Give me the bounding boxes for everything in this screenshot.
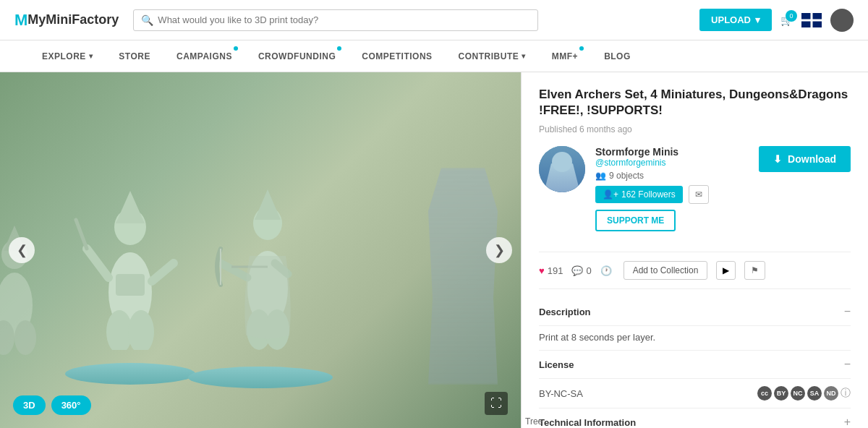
nav-mmfplus[interactable]: MMF+ — [539, 40, 591, 72]
svg-marker-2 — [116, 191, 145, 223]
download-button[interactable]: ⬇ Download — [759, 146, 851, 172]
figure-base-left — [65, 363, 195, 385]
miniature-left — [72, 162, 188, 350]
fullscreen-button[interactable]: ⛶ — [485, 392, 508, 415]
author-section: Stormforge Minis @stormforgeminis 👥 9 ob… — [539, 146, 709, 231]
add-collection-button[interactable]: Add to Collection — [624, 261, 708, 280]
tree-label: Tree — [525, 416, 542, 427]
main-content: ❮ ❯ 3D 360° ⛶ Elven Archers Set, 4 Minia… — [0, 72, 868, 428]
stats-bar: ♥ 191 💬 0 🕐 Add to Collection ▶ ⚑ — [539, 252, 851, 289]
site-logo[interactable]: M MyMiniFactory — [14, 11, 119, 30]
license-section-header[interactable]: License − — [539, 351, 851, 379]
technical-section-header[interactable]: Technical Information + — [539, 408, 851, 428]
flag-button[interactable]: ⚑ — [744, 261, 765, 280]
user-avatar[interactable] — [830, 9, 854, 32]
chevron-down-icon: ▾ — [89, 52, 93, 60]
comments-stat: 💬 0 — [571, 265, 591, 276]
likes-stat: ♥ 191 — [539, 265, 563, 276]
nav-blog[interactable]: BLOG — [591, 40, 644, 72]
miniature-right — [210, 155, 326, 350]
heart-icon: ♥ — [539, 265, 545, 276]
view-buttons: 3D 360° — [13, 395, 91, 415]
technical-toggle-icon: + — [844, 416, 851, 428]
miniature-right-svg — [210, 155, 326, 350]
timer-icon-stat: 🕐 — [600, 265, 612, 276]
object-title: Elven Archers Set, 4 Miniatures, Dungeon… — [539, 87, 851, 119]
description-toggle-icon: − — [844, 305, 851, 318]
svg-point-22 — [14, 320, 36, 355]
chevron-down-icon: ▾ — [522, 52, 526, 60]
svg-line-5 — [76, 220, 87, 249]
license-value: BY-NC-SA — [539, 388, 583, 399]
comment-icon: 💬 — [571, 265, 583, 276]
viewer-background — [0, 72, 521, 428]
support-button[interactable]: SUPPORT ME — [595, 210, 676, 231]
svg-rect-8 — [116, 274, 145, 296]
header: M MyMiniFactory 🔍 UPLOAD ▾ 🛒 0 — [0, 0, 868, 40]
header-right: UPLOAD ▾ 🛒 0 — [699, 9, 854, 32]
search-icon: 🔍 — [141, 14, 153, 26]
license-toggle-icon: − — [844, 358, 851, 371]
svg-marker-11 — [255, 189, 281, 220]
follow-button[interactable]: 👤+ 162 Followers — [595, 186, 683, 203]
clock-icon: 🕐 — [600, 265, 612, 276]
download-icon: ⬇ — [773, 153, 782, 165]
info-icon[interactable]: ⓘ — [841, 387, 851, 400]
download-section: ⬇ Download — [759, 146, 851, 172]
author-avatar[interactable] — [539, 146, 585, 192]
miniature-left-svg — [72, 162, 188, 350]
cart-icon[interactable]: 🛒 0 — [780, 14, 793, 26]
nav-store[interactable]: STORE — [106, 40, 163, 72]
author-objects: 👥 9 objects — [595, 171, 709, 181]
info-panel: Elven Archers Set, 4 Miniatures, Dungeon… — [521, 72, 868, 428]
miniature-partial-svg — [0, 211, 51, 356]
search-input[interactable] — [158, 14, 530, 25]
nav-dot-campaigns — [234, 46, 238, 51]
nav-crowdfunding[interactable]: CROWDFUNDING — [245, 40, 349, 72]
svg-line-12 — [221, 263, 247, 278]
avatar-figure — [539, 146, 585, 192]
view-360-button[interactable]: 360° — [51, 395, 91, 415]
author-followers: 👤+ 162 Followers ✉ — [595, 185, 709, 204]
author-handle[interactable]: @stormforgeminis — [595, 158, 709, 168]
nav-explore[interactable]: EXPLORE ▾ — [29, 40, 106, 72]
creative-commons-icons: cc BY NC SA ND ⓘ — [757, 386, 851, 401]
next-image-button[interactable]: ❯ — [486, 237, 512, 263]
svg-line-4 — [152, 263, 174, 281]
cc-icon: cc — [757, 386, 772, 401]
miniature-partial — [0, 211, 51, 356]
report-flag-icon: ⚑ — [751, 265, 759, 275]
license-row: BY-NC-SA cc BY NC SA ND ⓘ — [539, 386, 851, 401]
prev-image-button[interactable]: ❮ — [9, 237, 35, 263]
description-content: Print at 8 seconds per layer. — [539, 326, 851, 351]
technical-title: Technical Information — [539, 417, 636, 428]
main-nav: EXPLORE ▾ STORE CAMPAIGNS CROWDFUNDING C… — [0, 40, 868, 72]
envelope-icon: ✉ — [695, 189, 702, 200]
language-flag-icon[interactable] — [801, 13, 822, 27]
cc-nc-icon: NC — [791, 386, 805, 401]
share-button[interactable]: ▶ — [716, 261, 736, 280]
search-bar[interactable]: 🔍 — [133, 9, 538, 31]
view-3d-button[interactable]: 3D — [13, 395, 46, 415]
cart-badge: 0 — [786, 10, 797, 22]
svg-line-3 — [87, 249, 109, 278]
cc-by-icon: BY — [774, 386, 788, 401]
published-time: Published 6 months ago — [539, 124, 851, 134]
author-name[interactable]: Stormforge Minis — [595, 146, 709, 158]
message-button[interactable]: ✉ — [689, 185, 709, 204]
nav-dot-mmfplus — [579, 46, 584, 51]
nav-campaigns[interactable]: CAMPAIGNS — [163, 40, 245, 72]
license-content: BY-NC-SA cc BY NC SA ND ⓘ — [539, 379, 851, 408]
upload-button[interactable]: UPLOAD ▾ — [699, 9, 772, 31]
logo-m: M — [14, 11, 27, 30]
figure-base-right — [188, 367, 333, 388]
nav-contribute[interactable]: CONTRIBUTE ▾ — [446, 40, 539, 72]
cc-sa-icon: SA — [807, 386, 822, 401]
chevron-down-icon: ▾ — [755, 14, 760, 25]
description-section-header[interactable]: Description − — [539, 298, 851, 326]
author-info: Stormforge Minis @stormforgeminis 👥 9 ob… — [595, 146, 709, 231]
description-title: Description — [539, 307, 591, 317]
nav-competitions[interactable]: COMPETITIONS — [349, 40, 445, 72]
cc-nd-icon: ND — [824, 386, 838, 401]
background-figure — [420, 168, 506, 385]
